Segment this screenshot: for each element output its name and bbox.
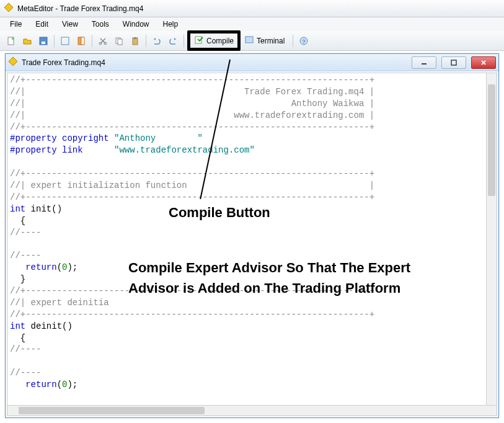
child-titlebar: Trade Forex Trading.mq4 xyxy=(6,54,498,71)
menu-file[interactable]: File xyxy=(4,19,28,30)
scrollbar-thumb[interactable] xyxy=(19,407,205,414)
cut-button[interactable] xyxy=(95,33,110,48)
terminal-label: Terminal xyxy=(257,37,285,45)
menu-help[interactable]: Help xyxy=(157,19,185,30)
menu-tools[interactable]: Tools xyxy=(86,19,115,30)
annotation-body: Compile Expert Advisor So That The Exper… xyxy=(128,257,438,298)
app-title: MetaEditor - Trade Forex Trading.mq4 xyxy=(17,4,143,13)
undo-button[interactable] xyxy=(149,33,164,48)
toolbar-separator xyxy=(54,35,55,47)
navigator-button[interactable] xyxy=(74,33,89,48)
open-file-button[interactable] xyxy=(20,33,35,48)
menu-view[interactable]: View xyxy=(56,19,84,30)
compile-icon xyxy=(194,35,204,47)
menu-window[interactable]: Window xyxy=(117,19,156,30)
compile-label: Compile xyxy=(206,37,234,45)
svg-rect-5 xyxy=(61,37,69,45)
app-icon xyxy=(4,2,14,14)
code-content: //+-------------------------------------… xyxy=(7,73,377,392)
child-title: Trade Forex Trading.mq4 xyxy=(22,58,105,67)
toolbar-separator xyxy=(146,35,146,47)
menubar: File Edit View Tools Window Help xyxy=(0,17,504,31)
svg-rect-11 xyxy=(118,39,122,45)
child-window: Trade Forex Trading.mq4 //+-------------… xyxy=(5,53,499,418)
toolbox-button[interactable] xyxy=(58,33,73,48)
scrollbar-thumb[interactable] xyxy=(488,84,495,196)
toolbar-separator xyxy=(293,35,293,47)
code-editor[interactable]: //+-------------------------------------… xyxy=(7,73,497,416)
editor-area: Trade Forex Trading.mq4 //+-------------… xyxy=(5,53,499,418)
toolbar-separator xyxy=(92,35,92,47)
new-file-button[interactable] xyxy=(4,33,19,48)
file-icon xyxy=(8,56,18,68)
vertical-scrollbar[interactable] xyxy=(486,73,497,405)
annotation-title: Compile Button xyxy=(169,205,270,221)
copy-button[interactable] xyxy=(112,33,126,48)
paste-button[interactable] xyxy=(128,33,143,48)
svg-rect-4 xyxy=(42,42,45,44)
svg-rect-20 xyxy=(451,60,456,65)
toolbar-separator xyxy=(183,35,184,47)
terminal-icon xyxy=(244,35,254,47)
help-button[interactable]: ? xyxy=(296,33,311,48)
svg-marker-18 xyxy=(9,57,17,66)
terminal-button[interactable]: Terminal xyxy=(242,33,290,48)
redo-button[interactable] xyxy=(166,33,180,48)
close-button[interactable] xyxy=(471,56,496,69)
svg-rect-7 xyxy=(81,37,84,45)
menu-edit[interactable]: Edit xyxy=(29,19,55,30)
save-button[interactable] xyxy=(36,33,51,48)
svg-rect-13 xyxy=(134,37,136,39)
minimize-button[interactable] xyxy=(412,56,436,69)
svg-text:?: ? xyxy=(303,38,306,45)
compile-button[interactable]: Compile xyxy=(187,30,241,51)
svg-rect-15 xyxy=(245,37,253,43)
toolbar: Compile Terminal ? xyxy=(0,31,504,51)
maximize-button[interactable] xyxy=(441,56,466,69)
app-titlebar: MetaEditor - Trade Forex Trading.mq4 xyxy=(0,0,504,17)
svg-marker-0 xyxy=(4,3,13,12)
horizontal-scrollbar[interactable] xyxy=(7,405,497,416)
svg-rect-2 xyxy=(12,37,14,40)
